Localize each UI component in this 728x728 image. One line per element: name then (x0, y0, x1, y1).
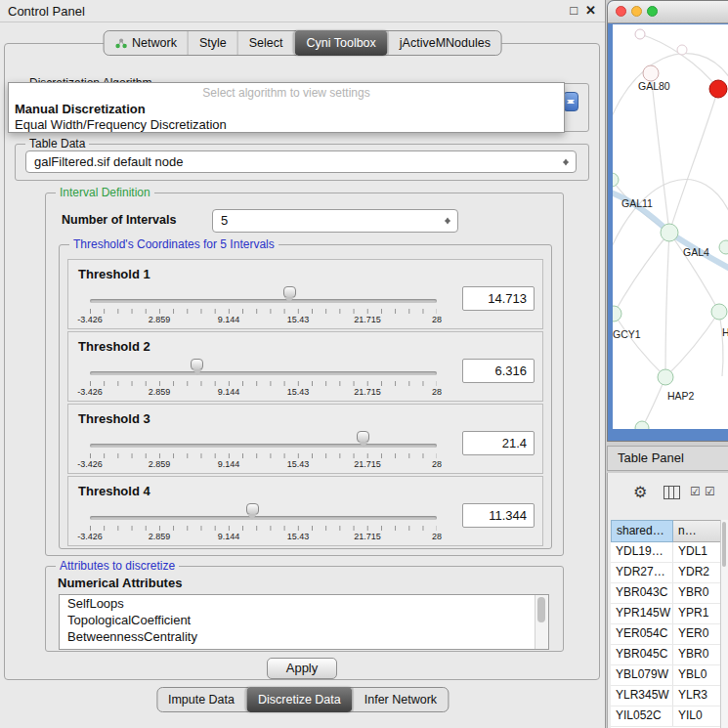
table-cell: YPR145W (611, 604, 673, 623)
tab-style[interactable]: Style (188, 31, 237, 55)
table-data-combobox[interactable]: galFiltered.sif default node (25, 150, 577, 173)
network-edge[interactable] (613, 54, 728, 142)
network-edge[interactable] (719, 312, 723, 376)
tab-network[interactable]: Network (104, 31, 188, 55)
algorithm-combo-blue-stepper[interactable] (563, 92, 578, 111)
column-header-name[interactable]: n… (673, 520, 721, 542)
attributes-group: Attributes to discretize Numerical Attri… (45, 566, 564, 652)
float-window-icon[interactable]: □ (570, 3, 578, 18)
table-data-group: Table Data galFiltered.sif default node (15, 144, 589, 181)
tab-infer-network[interactable]: Infer Network (353, 688, 448, 711)
tick-label: 28 (432, 315, 442, 324)
attribute-list-item[interactable]: BetweennessCentrality (60, 628, 548, 645)
network-node[interactable] (635, 29, 645, 39)
network-edge[interactable] (669, 89, 718, 233)
columns-icon[interactable] (664, 486, 680, 499)
network-node[interactable] (635, 421, 649, 429)
network-edge[interactable] (642, 377, 665, 428)
close-window-icon[interactable]: ✕ (585, 3, 596, 18)
network-node[interactable] (677, 45, 687, 55)
threshold-value-box[interactable]: 21.4 (462, 431, 535, 455)
table-row[interactable]: YER054CYER0 (611, 624, 721, 645)
slider-thumb[interactable] (357, 431, 369, 443)
list-scrollbar-thumb[interactable] (537, 597, 545, 622)
network-node[interactable] (643, 65, 659, 81)
threshold-value-box[interactable]: 11.344 (462, 503, 535, 528)
slider-thumb[interactable] (283, 286, 296, 298)
slider-thumb[interactable] (246, 503, 259, 515)
table-panel-header[interactable]: Table Panel (607, 446, 728, 471)
network-canvas[interactable]: GAL80GAL11GAL4GCY1HHAP2 (613, 24, 728, 429)
algorithm-dropdown-popup: Select algorithm to view settings Manual… (8, 82, 565, 133)
slider-tick-labels: -3.4262.8599.14415.4321.71528 (90, 387, 437, 399)
table-row[interactable]: YLR345WYLR3 (611, 686, 721, 707)
list-scrollbar[interactable] (535, 595, 548, 649)
network-node[interactable] (661, 224, 678, 241)
zoom-traffic-light[interactable] (647, 6, 658, 17)
tab-cyni-toolbox[interactable]: Cyni Toolbox (293, 30, 387, 56)
algorithm-option-equal-width[interactable]: Equal Width/Frequency Discretization (9, 117, 564, 133)
threshold-value-box[interactable]: 6.316 (462, 359, 535, 383)
table-cell: YDL19… (611, 542, 673, 562)
attribute-list-item[interactable]: SelfLoops (60, 595, 548, 612)
table-row[interactable]: YPR145WYPR1 (611, 604, 721, 624)
slider-track[interactable] (90, 371, 437, 375)
node-label: H (722, 326, 728, 338)
control-panel-titlebar[interactable]: Control Panel □ ✕ (0, 0, 605, 22)
gear-icon[interactable]: ⚙ (633, 483, 647, 501)
slider-track[interactable] (90, 299, 437, 303)
slider-tick-marks (90, 453, 437, 458)
numerical-attributes-list[interactable]: SelfLoopsTopologicalCoefficientBetweenne… (59, 594, 549, 650)
threshold-slider[interactable]: -3.4262.8599.14415.4321.71528 (90, 477, 437, 545)
apply-button[interactable]: Apply (267, 658, 337, 679)
checkbox-icon[interactable]: ☑ (705, 485, 715, 498)
table-scrollbar-thumb[interactable] (722, 522, 726, 567)
table-row[interactable]: YIL052CYIL0 (611, 707, 721, 727)
column-header-shared-name[interactable]: shared… (611, 520, 673, 542)
table-row[interactable]: YBR043CYBR0 (611, 583, 721, 604)
network-node[interactable] (719, 240, 728, 254)
checkbox-icon[interactable]: ☑ (690, 485, 701, 498)
minimize-traffic-light[interactable] (631, 6, 642, 17)
slider-track[interactable] (90, 444, 437, 448)
table-row[interactable]: YBR045CYBR0 (611, 645, 721, 665)
table-scrollbar[interactable] (720, 520, 728, 728)
network-edge[interactable] (665, 233, 669, 377)
network-node[interactable] (613, 173, 619, 187)
table-cell: YPR1 (673, 604, 721, 623)
table-row[interactable]: YBL079WYBL0 (611, 665, 721, 686)
tab-discretize-data[interactable]: Discretize Data (245, 687, 353, 712)
network-edge[interactable] (614, 314, 665, 377)
algorithm-option-manual[interactable]: Manual Discretization (9, 101, 564, 117)
network-view-window: GAL80GAL11GAL4GCY1HHAP2 (607, 0, 728, 442)
slider-thumb[interactable] (191, 359, 203, 370)
close-traffic-light[interactable] (616, 6, 626, 17)
table-row[interactable]: YDL19…YDL1 (611, 542, 721, 563)
network-graph[interactable]: GAL80GAL11GAL4GCY1HHAP2 (613, 24, 728, 429)
tab-jactivemnodules[interactable]: jActiveMNodules (388, 31, 501, 55)
combo-stepper-icon (562, 154, 571, 169)
attribute-list-item[interactable]: TopologicalCoefficient (60, 612, 548, 628)
table-cell: YBR0 (673, 645, 721, 664)
threshold-slider[interactable]: -3.4262.8599.14415.4321.71528 (90, 332, 437, 401)
threshold-slider[interactable]: -3.4262.8599.14415.4321.71528 (90, 260, 437, 328)
number-of-intervals-combobox[interactable]: 5 (212, 209, 458, 233)
network-edge[interactable] (651, 73, 669, 233)
network-node[interactable] (711, 304, 727, 320)
table-cell: YER054C (611, 624, 673, 644)
network-window-titlebar[interactable] (608, 1, 728, 23)
tab-select[interactable]: Select (237, 31, 294, 55)
tab-impute-data[interactable]: Impute Data (157, 688, 245, 711)
tab-label: Select (249, 36, 283, 50)
threshold-value-box[interactable]: 14.713 (462, 286, 535, 311)
network-node[interactable] (658, 369, 673, 385)
table-row[interactable]: YDR27…YDR2 (611, 563, 721, 583)
threshold-slider[interactable]: -3.4262.8599.14415.4321.71528 (90, 405, 437, 473)
network-edge[interactable] (669, 233, 719, 312)
network-node[interactable] (613, 306, 621, 321)
network-node[interactable] (709, 80, 727, 98)
slider-tick-marks (90, 309, 437, 314)
network-edge[interactable] (665, 312, 719, 377)
network-edge[interactable] (614, 233, 669, 314)
slider-track[interactable] (90, 516, 437, 520)
